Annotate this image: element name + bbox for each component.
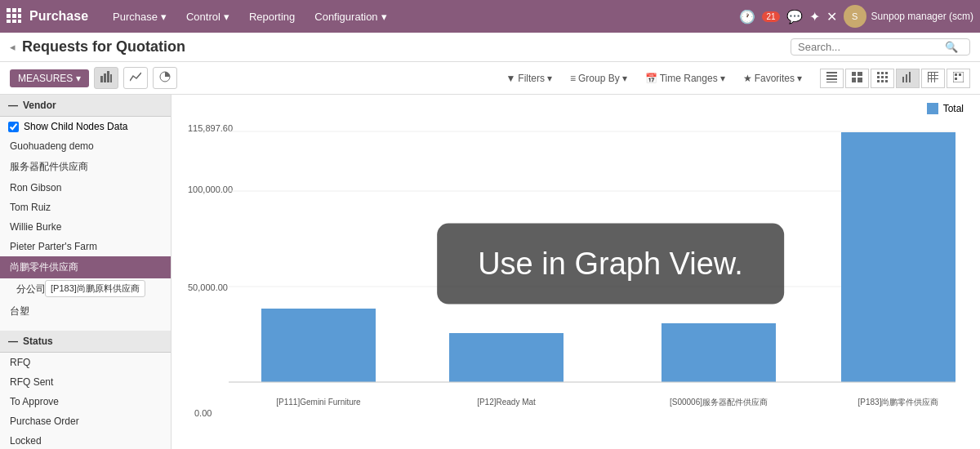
sidebar-item-vendor-2[interactable]: Ron Gibson [0,178,171,198]
chevron-down-icon: ▾ [547,73,552,84]
user-profile[interactable]: S Sunpop manager (scm) [844,5,973,28]
minus-icon: — [8,336,18,347]
bar-readymat [449,333,564,382]
svg-rect-4 [12,14,16,18]
sub-bar: ◂ Requests for Quotation 🔍 [0,33,980,62]
legend-label: Total [943,103,964,114]
nav-reporting[interactable]: Reporting [241,0,303,33]
svg-rect-26 [881,76,884,78]
activity-view-button[interactable] [947,69,970,88]
svg-rect-11 [107,71,109,82]
chevron-down-icon: ▾ [161,11,167,23]
sidebar-item-status-4[interactable]: Locked [0,431,171,449]
svg-text:[P111]Gemini Furniture: [P111]Gemini Furniture [276,398,361,407]
list-view-button[interactable] [820,69,844,88]
nav-items: Purchase ▾ Control ▾ Reporting Configura… [105,0,739,33]
star-icon: ★ [743,73,752,84]
svg-rect-27 [885,76,888,78]
pivot-view-button[interactable] [921,69,945,88]
svg-rect-1 [12,8,16,12]
nav-configuration[interactable]: Configuration ▾ [306,0,394,33]
svg-rect-20 [852,78,856,82]
svg-rect-17 [826,82,837,82]
alert-badge: 21 [762,11,779,22]
filter-icon: ▼ [506,73,515,84]
filters-button[interactable]: ▼ Filters ▾ [499,69,559,87]
svg-rect-8 [18,20,21,23]
chevron-down-icon: ▾ [622,73,627,84]
group-by-button[interactable]: ≡ Group By ▾ [564,69,634,87]
sidebar-item-status-0[interactable]: RFQ [0,353,171,372]
svg-text:[S00006]服务器配件供应商: [S00006]服务器配件供应商 [670,398,768,407]
sidebar-item-vendor-5[interactable]: Pieter Parter's Farm [0,237,171,256]
sidebar-item-vendor-4[interactable]: Willie Burke [0,217,171,237]
svg-rect-10 [104,73,106,82]
svg-rect-30 [885,80,888,82]
svg-rect-5 [18,14,21,18]
svg-rect-41 [955,73,957,76]
svg-rect-7 [12,20,16,23]
top-nav: Purchase Purchase ▾ Control ▾ Reporting … [0,0,980,33]
sidebar-item-vendor-3[interactable]: Tom Ruiz [0,198,171,217]
svg-rect-14 [826,72,837,73]
calendar-icon: 📅 [645,73,657,84]
legend-color-dot [927,103,938,114]
measures-button[interactable]: MEASURES ▾ [10,69,89,87]
svg-rect-36 [928,78,938,79]
svg-rect-37 [928,72,929,82]
close-icon[interactable]: ✕ [826,9,837,24]
svg-rect-35 [928,75,938,76]
favorites-button[interactable]: ★ Favorites ▾ [737,69,808,87]
svg-rect-28 [877,80,880,82]
sidebar-item-vendor-0[interactable]: Guohuadeng demo [0,136,171,156]
sidebar-item-vendor-6[interactable]: 尚鹏零件供应商 [0,256,171,278]
svg-rect-31 [902,77,904,82]
sidebar-item-status-1[interactable]: RFQ Sent [0,372,171,392]
svg-rect-19 [858,72,862,76]
nav-control[interactable]: Control ▾ [178,0,238,33]
clock-icon[interactable]: 🕐 [739,9,755,24]
bar-server [662,323,776,382]
sidebar-item-vendor-8[interactable]: 台塑 [0,300,171,322]
line-chart-button[interactable] [123,67,148,89]
vendor-section-header[interactable]: — Vendor [0,95,171,117]
svg-rect-39 [934,72,935,82]
sidebar-item-status-2[interactable]: To Approve [0,392,171,411]
svg-text:[P12]Ready Mat: [P12]Ready Mat [477,398,536,407]
sidebar-item-status-3[interactable]: Purchase Order [0,411,171,431]
nav-purchase[interactable]: Purchase ▾ [105,0,175,33]
grid-view-button[interactable] [871,69,894,88]
show-child-nodes-checkbox[interactable] [8,122,19,132]
kanban-view-button[interactable] [845,69,869,88]
status-section-header[interactable]: — Status [0,331,171,353]
svg-rect-29 [881,80,884,82]
star-icon[interactable]: ✦ [809,9,820,24]
svg-rect-43 [955,78,957,80]
nav-right: 🕐 21 💬 ✦ ✕ S Sunpop manager (scm) [739,5,973,28]
brand-label: Purchase [29,9,88,24]
toolbar-right: ▼ Filters ▾ ≡ Group By ▾ 📅 Time Ranges ▾… [499,69,970,88]
sidebar-item-vendor-7[interactable]: 分公司海外 [P183]尚鹏原料供应商 [0,278,171,300]
chart-view-button[interactable] [896,69,920,88]
svg-rect-38 [931,72,932,82]
chevron-down-icon: ▾ [797,73,802,84]
pie-chart-button[interactable] [153,67,177,89]
back-arrow-icon[interactable]: ◂ [10,41,16,53]
svg-rect-22 [877,72,880,74]
bar-shangpeng [841,132,956,382]
user-name: Sunpop manager (scm) [871,11,973,22]
svg-rect-23 [881,72,884,74]
chat-icon[interactable]: 💬 [786,9,803,24]
app-grid-icon[interactable] [7,8,21,25]
sidebar: — Vendor Show Child Nodes Data Guohuaden… [0,95,172,449]
sidebar-item-vendor-1[interactable]: 服务器配件供应商 [0,156,171,178]
chart-legend: Total [927,103,964,114]
search-input[interactable] [798,41,945,53]
overlay-message: Use in Graph View. [437,224,784,305]
y-label-2: 100,000.00 [188,184,233,194]
svg-rect-6 [7,20,11,23]
time-ranges-button[interactable]: 📅 Time Ranges ▾ [639,69,732,87]
show-child-nodes-item[interactable]: Show Child Nodes Data [0,117,171,136]
bar-chart-button[interactable] [94,67,118,89]
svg-rect-40 [953,72,964,82]
